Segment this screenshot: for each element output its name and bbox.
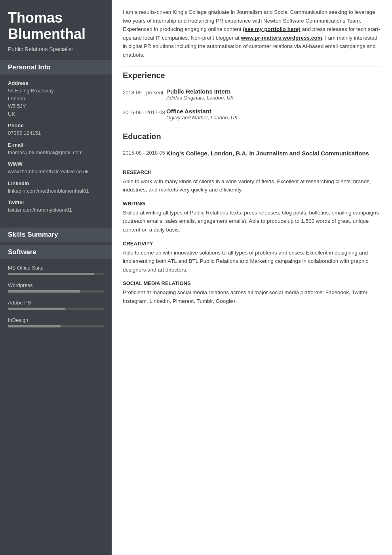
skill-bar-fill-indesign <box>8 325 61 327</box>
software-label: Software <box>8 248 36 256</box>
experience-heading: Experience <box>123 71 381 80</box>
linkedin-value: linkedin.com/me/thomblumenthal81 <box>8 187 104 195</box>
skills-summary-header: Skills Summary <box>0 228 112 242</box>
software-item-adobe-ps: Adobe PS <box>8 300 104 310</box>
software-name-adobe-ps: Adobe PS <box>8 300 104 306</box>
skills-summary-label: Skills Summary <box>8 231 58 238</box>
education-divider <box>123 128 381 128</box>
phone-value: 07366 124151 <box>8 129 104 137</box>
candidate-name: Thomas Blumenthal <box>8 10 104 42</box>
software-item-indesign: InDesign <box>8 317 104 327</box>
address-label: Address <box>8 80 104 86</box>
skill-section-3: SOCIAL MEDIA RELATIONS Proficient at man… <box>123 280 381 305</box>
linkedin-group: LinkedIn linkedin.com/me/thomblumenthal8… <box>8 180 104 195</box>
www-group: WWW www.thomblumenthalcreative.co.uk <box>8 161 104 176</box>
email-group: E-mail thomas.j.blumenthal@gmail.com <box>8 142 104 157</box>
exp-company-1: Ogilvy and Mather, London, UK <box>166 115 381 121</box>
phone-label: Phone <box>8 122 104 128</box>
twitter-group: Twitter twitter.com/thommybloom81 <box>8 199 104 214</box>
skill-title-1: WRITING <box>123 201 381 207</box>
email-label: E-mail <box>8 142 104 148</box>
exp-title-1: Office Assistant <box>166 108 381 115</box>
main-content: I am a results-driven King's College gra… <box>112 0 392 555</box>
skill-bar-bg-indesign <box>8 325 104 327</box>
personal-info-content: Address 55 Ealing Broadway,London,W5 5JY… <box>0 75 112 224</box>
exp-details-0: Public Relations Intern Adidas Originals… <box>166 88 381 101</box>
skill-body-2: Able to come up with innovative solution… <box>123 249 381 274</box>
edu-date-0: 2015-08 - 2018-05 <box>123 149 166 157</box>
skill-title-0: RESEARCH <box>123 169 381 175</box>
sidebar: Thomas Blumenthal Public Relations Speci… <box>0 0 112 555</box>
skill-bar-fill-adobe-ps <box>8 308 65 310</box>
exp-title-0: Public Relations Intern <box>166 88 381 95</box>
sidebar-header: Thomas Blumenthal Public Relations Speci… <box>0 0 112 60</box>
phone-group: Phone 07366 124151 <box>8 122 104 137</box>
personal-info-section-header: Personal Info <box>0 60 112 75</box>
software-name-indesign: InDesign <box>8 317 104 323</box>
exp-company-0: Adidas Originals, London, UK <box>166 95 381 101</box>
blog-link[interactable]: www.pr-matters.wordpress.com <box>241 35 322 41</box>
software-item-wordpress: Wordpress <box>8 282 104 293</box>
skill-bar-fill-wordpress <box>8 290 80 293</box>
skill-section-2: CREATIVITY Able to come up with innovati… <box>123 241 381 274</box>
edu-degree-0: King's College, London, B.A. in Journali… <box>166 149 381 157</box>
address-value: 55 Ealing Broadway,London,W5 5JY,UK <box>8 87 104 118</box>
software-item-ms-office: MS Office Suite <box>8 265 104 275</box>
edu-item-0: 2015-08 - 2018-05 King's College, London… <box>123 149 381 157</box>
software-header: Software <box>0 245 112 259</box>
exp-item-0: 2018-09 - present Public Relations Inter… <box>123 88 381 102</box>
skill-bar-fill-ms-office <box>8 273 94 275</box>
skill-bar-bg-wordpress <box>8 290 104 293</box>
skill-title-2: CREATIVITY <box>123 241 381 247</box>
skill-section-0: RESEARCH Able to work with many kinds of… <box>123 169 381 194</box>
software-name-wordpress: Wordpress <box>8 282 104 288</box>
twitter-label: Twitter <box>8 199 104 205</box>
twitter-value: twitter.com/thommybloom81 <box>8 206 104 214</box>
software-content: MS Office Suite Wordpress Adobe PS InDes… <box>0 259 112 340</box>
skill-body-1: Skilled at writing all types of Public R… <box>123 209 381 234</box>
skill-section-1: WRITING Skilled at writing all types of … <box>123 201 381 234</box>
portfolio-link[interactable]: (see my portfolio here) <box>243 26 301 32</box>
experience-divider <box>123 67 381 67</box>
exp-item-1: 2016-06 - 2017-08 Office Assistant Ogilv… <box>123 108 381 122</box>
summary-paragraph: I am a results-driven King's College gra… <box>123 8 381 59</box>
www-label: WWW <box>8 161 104 167</box>
software-name-ms-office: MS Office Suite <box>8 265 104 271</box>
skill-body-0: Able to work with many kinds of clients … <box>123 177 381 194</box>
www-value: www.thomblumenthalcreative.co.uk <box>8 168 104 176</box>
email-value: thomas.j.blumenthal@gmail.com <box>8 149 104 157</box>
education-heading: Education <box>123 132 381 141</box>
exp-date-1: 2016-06 - 2017-08 <box>123 108 166 121</box>
address-group: Address 55 Ealing Broadway,London,W5 5JY… <box>8 80 104 118</box>
linkedin-label: LinkedIn <box>8 180 104 186</box>
skill-body-3: Proficient at managing social media rela… <box>123 288 381 305</box>
exp-date-0: 2018-09 - present <box>123 88 166 101</box>
personal-info-label: Personal Info <box>8 63 51 71</box>
candidate-title: Public Relations Specialist <box>8 46 104 54</box>
skill-title-3: SOCIAL MEDIA RELATIONS <box>123 280 381 286</box>
edu-details-0: King's College, London, B.A. in Journali… <box>166 149 381 157</box>
exp-details-1: Office Assistant Ogilvy and Mather, Lond… <box>166 108 381 121</box>
skill-bar-bg-ms-office <box>8 273 104 275</box>
skill-bar-bg-adobe-ps <box>8 308 104 310</box>
